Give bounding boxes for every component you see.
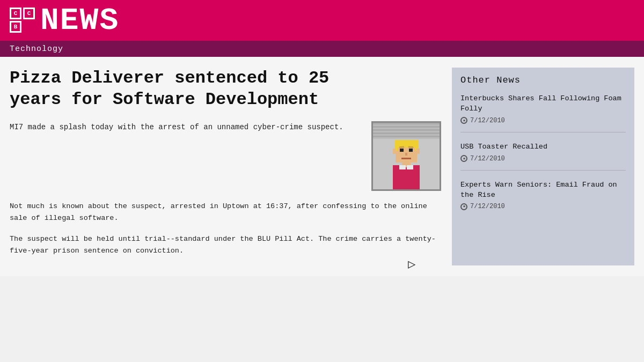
svg-rect-11	[401, 158, 411, 159]
sidebar-date-1: 7/12/2010	[460, 117, 626, 124]
sidebar-item-3[interactable]: Experts Warn Seniors: Email Fraud on the…	[460, 180, 626, 218]
article-top-section: MI7 made a splash today with the arrest …	[10, 121, 441, 191]
svg-rect-6	[400, 149, 404, 152]
header: C C B NEWS	[0, 0, 644, 41]
category-label: Technology	[10, 45, 63, 54]
svg-rect-15	[407, 165, 413, 169]
sidebar-title: Other News	[460, 75, 626, 85]
svg-rect-3	[394, 140, 418, 147]
svg-rect-13	[416, 149, 420, 154]
news-title: NEWS	[40, 5, 119, 36]
logo-empty	[23, 21, 35, 33]
article-body: Not much is known about the suspect, arr…	[10, 201, 441, 257]
sidebar-item-1[interactable]: Interbucks Shares Fall Following Foam Fo…	[460, 94, 626, 132]
svg-rect-10	[405, 153, 407, 156]
article-headline: Pizza Deliverer sentenced to 25 years fo…	[10, 68, 332, 110]
sidebar-headline-3[interactable]: Experts Warn Seniors: Email Fraud on the…	[460, 180, 626, 201]
sidebar-date-2: 7/12/2010	[460, 155, 626, 162]
sidebar-date-3: 7/12/2010	[460, 203, 626, 210]
logo-c2: C	[23, 8, 35, 19]
clock-icon-2	[460, 155, 467, 162]
sidebar: Other News Interbucks Shares Fall Follow…	[452, 68, 634, 265]
svg-rect-7	[409, 149, 413, 152]
logo-c1: C	[10, 8, 21, 19]
body-paragraph-1: Not much is known about the suspect, arr…	[10, 201, 441, 225]
mugshot	[371, 121, 441, 191]
main-article: Pizza Deliverer sentenced to 25 years fo…	[10, 68, 441, 265]
sidebar-date-text-2: 7/12/2010	[470, 155, 505, 162]
sidebar-item-2[interactable]: USB Toaster Recalled 7/12/2010	[460, 142, 626, 171]
content-area: Pizza Deliverer sentenced to 25 years fo…	[0, 57, 644, 276]
svg-rect-12	[393, 149, 396, 154]
suspect-figure	[377, 130, 436, 189]
svg-rect-14	[399, 165, 406, 169]
logo-b: B	[10, 21, 21, 33]
svg-rect-0	[393, 165, 420, 189]
clock-icon-1	[460, 117, 467, 124]
sidebar-headline-1[interactable]: Interbucks Shares Fall Following Foam Fo…	[460, 94, 626, 114]
sidebar-date-text-3: 7/12/2010	[470, 203, 505, 210]
sub-header: Technology	[0, 41, 644, 57]
sidebar-headline-2[interactable]: USB Toaster Recalled	[460, 142, 626, 152]
header-logo: C C B NEWS	[10, 5, 634, 36]
sidebar-date-text-1: 7/12/2010	[470, 117, 505, 124]
logo-box: C C B	[10, 8, 35, 33]
clock-icon-3	[460, 203, 467, 210]
article-intro: MI7 made a splash today with the arrest …	[10, 121, 361, 191]
body-paragraph-2: The suspect will be held until trial--st…	[10, 233, 441, 257]
